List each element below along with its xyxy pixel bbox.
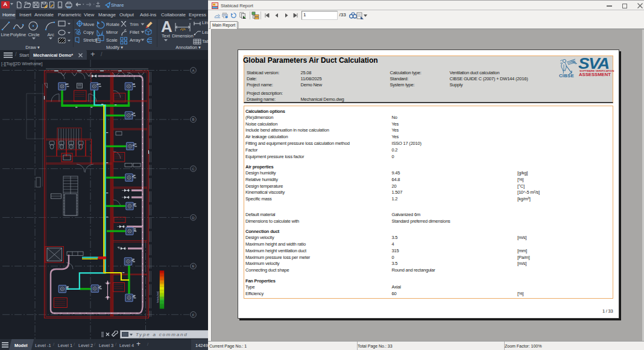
- svg-text:CIBSE: CIBSE: [559, 73, 574, 78]
- svg-text:E: E: [192, 264, 194, 268]
- svg-text:B: B: [192, 118, 194, 121]
- svg-text:A: A: [192, 69, 194, 72]
- svg-text:F: F: [192, 313, 195, 317]
- svg-text:Velocity [m/s]: Velocity [m/s]: [157, 291, 159, 303]
- svg-text:D: D: [192, 216, 195, 220]
- svg-text:C: C: [192, 167, 195, 171]
